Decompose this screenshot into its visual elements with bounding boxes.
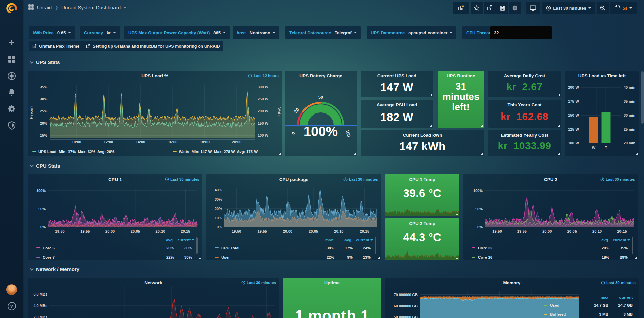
panel-resize-handle[interactable]: [558, 125, 560, 127]
panel-time-range[interactable]: Last 30 minutes: [165, 177, 199, 181]
legend-scrollbar[interactable]: [632, 237, 633, 254]
create-icon[interactable]: +: [0, 38, 24, 48]
section-cpu-stats[interactable]: CPU Stats: [30, 163, 60, 169]
legend-scrollbar[interactable]: [375, 237, 376, 254]
zoom-out-time-button[interactable]: [597, 2, 609, 14]
link-grafana-plex-theme[interactable]: Grafana Plex Theme: [29, 41, 83, 51]
panel-title[interactable]: Estimated Yearly Cost: [488, 133, 561, 138]
star-dashboard-button[interactable]: [471, 2, 483, 14]
save-dashboard-button[interactable]: [496, 2, 508, 14]
explore-icon[interactable]: [0, 71, 24, 81]
variable-currency[interactable]: Currency kr: [80, 26, 120, 39]
dashboard-settings-button[interactable]: [509, 2, 521, 14]
panel-title[interactable]: UPS Load %: [28, 73, 282, 78]
panel-network: Network Last 30 minutes 6.0 MBs4.0 MBs2.…: [28, 278, 279, 318]
legend-row[interactable]: Core 620%30%: [32, 243, 199, 253]
svg-text:15%: 15%: [40, 133, 47, 137]
variable-ups-max-watt[interactable]: UPS Max Output Power Capacity (Watt) 865: [124, 26, 230, 39]
panel-time-range[interactable]: Last 30 minutes: [343, 177, 378, 181]
legend-scrollbar[interactable]: [196, 237, 198, 254]
external-link-icon: [86, 44, 90, 48]
configuration-gear-icon[interactable]: [0, 104, 24, 113]
panel-resize-handle[interactable]: [481, 153, 483, 155]
panel-resize-handle[interactable]: [481, 125, 483, 127]
panel-title[interactable]: Current UPS Load: [361, 73, 433, 78]
user-avatar[interactable]: [0, 284, 24, 296]
panel-resize-handle[interactable]: [636, 153, 638, 155]
dashboard-dropdown-caret[interactable]: [124, 7, 126, 8]
panel-resize-handle[interactable]: [430, 125, 432, 127]
variable-ups-datasource[interactable]: UPS Datasource apcupsd-container: [367, 26, 456, 39]
panel-resize-handle[interactable]: [430, 94, 432, 96]
panel-resize-handle[interactable]: [456, 213, 458, 215]
panel-resize-handle[interactable]: [199, 257, 201, 259]
panel-title[interactable]: UPS Load vs Time left: [565, 73, 639, 78]
add-panel-button[interactable]: [453, 2, 469, 14]
panel-resize-handle[interactable]: [354, 153, 356, 155]
dashboard-grid-icon[interactable]: [28, 4, 34, 11]
grafana-logo[interactable]: [0, 2, 24, 15]
panel-time-range[interactable]: Last 12 hours: [248, 74, 279, 78]
legend-row[interactable]: Used14.7 GB14.7 GB: [544, 301, 633, 310]
svg-text:19:50: 19:50: [232, 229, 241, 233]
panel-resize-handle[interactable]: [378, 257, 380, 259]
legend-row[interactable]: Core 1618%29%: [467, 253, 635, 260]
panel-ups-load: UPS Load % Last 12 hours 35%300 W30%250 …: [28, 71, 282, 156]
legend-row[interactable]: Core 722%30%: [32, 253, 199, 260]
panel-title[interactable]: Average PSU Load: [361, 102, 433, 107]
panel-ups-runtime: UPS Runtime 31 minutes left!: [438, 71, 484, 128]
panel-resize-handle[interactable]: [456, 257, 458, 259]
variable-telegraf-datasource[interactable]: Telegraf Datasource Telegraf: [285, 26, 361, 39]
time-range-picker[interactable]: Last 30 minutes: [542, 2, 595, 14]
variable-host[interactable]: host Nostromo: [233, 26, 279, 39]
alerting-icon[interactable]: [0, 88, 24, 97]
panel-time-range[interactable]: Last 30 minutes: [600, 177, 635, 181]
section-ups-stats[interactable]: UPS Stats: [30, 59, 60, 65]
panel-title[interactable]: UPS Runtime: [438, 73, 484, 78]
cpu-threads-input[interactable]: [490, 26, 552, 39]
legend-row[interactable]: Buffered3 MB3 MB: [544, 310, 633, 318]
panel-time-range[interactable]: Last 30 minutes: [241, 281, 276, 285]
svg-text:300 W: 300 W: [258, 85, 268, 89]
collapse-chevron-icon: [30, 163, 33, 167]
legend-watts[interactable]: Watts Min: 147 W Max: 278 W Avg: 175 W: [173, 150, 258, 154]
panel-resize-handle[interactable]: [635, 257, 637, 259]
panel-title[interactable]: This Years Cost: [488, 102, 561, 107]
legend-row[interactable]: CPU Total38%17%24%: [211, 243, 378, 253]
share-dashboard-button[interactable]: [484, 2, 496, 14]
panel-resize-handle[interactable]: [558, 153, 560, 155]
legend-memory: maxcurrent Used14.7 GB14.7 GB Buffered3 …: [544, 294, 633, 318]
panel-resize-handle[interactable]: [279, 153, 281, 155]
legend-row[interactable]: User22%9%13%: [211, 253, 378, 260]
ups-load-chart[interactable]: 35%300 W30%250 W25%200 W20%150 W15%100 W…: [28, 71, 282, 156]
panel-title[interactable]: Uptime: [283, 280, 381, 285]
refresh-picker[interactable]: 5s: [610, 2, 637, 14]
breadcrumb-folder[interactable]: Unraid: [37, 5, 52, 10]
dashboards-icon[interactable]: [0, 55, 24, 64]
svg-text:100 W: 100 W: [568, 141, 579, 145]
panel-title[interactable]: CPU 2 Temp: [385, 221, 459, 226]
panel-estimated-yearly-cost: Estimated Yearly Cost kr 1033.99: [488, 130, 561, 156]
temp-sparkline: [385, 249, 459, 260]
svg-text:150 W: 150 W: [258, 121, 268, 125]
page-title[interactable]: Unraid System Dashboard: [61, 5, 121, 10]
panel-title[interactable]: Average Daily Cost: [488, 73, 561, 78]
variable-kwh-price[interactable]: kWh Price 0.65: [29, 26, 75, 39]
page-scrollbar[interactable]: [641, 71, 644, 124]
panel-title[interactable]: UPS Battery Charge: [285, 73, 357, 78]
server-admin-shield-icon[interactable]: [0, 121, 24, 130]
legend-row[interactable]: Core 2220%35%: [467, 243, 635, 253]
legend-ups-load[interactable]: UPS Load Min: 17% Max: 32% Avg: 20%: [32, 150, 114, 154]
panel-title[interactable]: Memory: [385, 280, 639, 285]
link-ups-monitoring-guide[interactable]: Setting up Grafana and InfluxDB for UPS …: [82, 41, 223, 51]
panel-memory: Memory Last 30 minutes 70.000000 GB60.00…: [385, 278, 639, 318]
panel-resize-handle[interactable]: [558, 94, 560, 96]
panel-time-range[interactable]: Last 30 minutes: [601, 281, 636, 285]
cycle-view-mode-button[interactable]: [526, 2, 540, 14]
panel-this-years-cost: This Years Cost kr 162.68: [488, 100, 561, 128]
svg-text:20%: 20%: [215, 207, 222, 211]
panel-title[interactable]: Current Load kWh: [361, 133, 484, 138]
help-icon[interactable]: ?: [0, 301, 24, 311]
panel-title[interactable]: CPU 1 Temp: [385, 177, 459, 182]
section-network-memory[interactable]: Network / Memory: [30, 266, 79, 272]
